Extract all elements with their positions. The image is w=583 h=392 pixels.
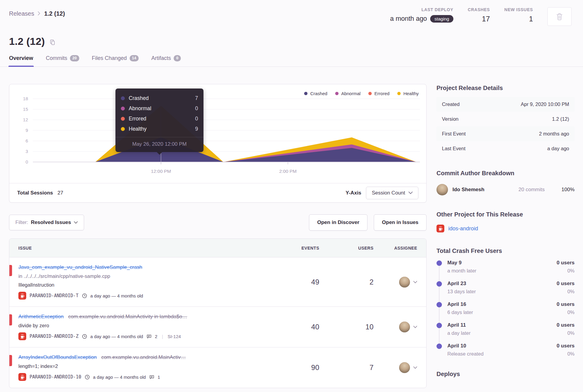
open-in-issues-button[interactable]: Open in Issues [374, 214, 427, 231]
commit-author-row: Ido Shemesh 20 commits 100% [436, 182, 575, 197]
open-in-discover-button[interactable]: Open in Discover [309, 214, 367, 231]
tooltip-series-dot [121, 127, 125, 131]
last-deploy-value: a month ago [390, 15, 427, 23]
issue-meta: PARANOID-ANDROID-T a day ago — 4 months … [18, 292, 269, 300]
java-platform-icon [18, 332, 26, 340]
issues-filter-dropdown[interactable]: Filter: Resolved Issues [9, 215, 84, 230]
issue-events-count: 40 [269, 323, 319, 331]
column-header-users: USERS [319, 246, 373, 250]
sessions-chart-card: 036912151812:00 PM2:00 PM Crashed Abnorm… [9, 84, 427, 203]
copy-version-button[interactable] [49, 37, 55, 45]
svg-text:3: 3 [26, 149, 28, 154]
total-sessions-label: Total Sessions [17, 190, 53, 196]
issue-title-link[interactable]: Java_com_example_vu_android_NativeSample… [18, 264, 142, 270]
chart-footer: Total Sessions 27 Y-Axis Session Count [9, 183, 426, 202]
meta-divider: | [162, 334, 163, 339]
crash-free-offset: Release created [447, 351, 484, 357]
tab-count-badge: 0 [174, 55, 181, 61]
issue-message: length=1; index=2 [18, 363, 269, 369]
header-stats: LAST DEPLOY a month ago staging CRASHES … [390, 7, 572, 26]
y-axis-label: Y-Axis [345, 190, 361, 196]
error-level-indicator [9, 355, 12, 366]
issues-table-header: ISSUE EVENTS USERS ASSIGNEE [9, 239, 426, 257]
tooltip-arrow [157, 152, 162, 155]
crash-free-entry: April 23 13 days later 0 users 0% [447, 281, 575, 294]
last-deploy-stat: LAST DEPLOY a month ago staging [390, 7, 453, 23]
issue-age: a day ago — 4 months old [90, 293, 143, 298]
table-row[interactable]: ArithmeticException com.example.vu.andro… [9, 306, 426, 347]
tab-count-badge: 20 [70, 55, 79, 61]
timeline-dot [436, 302, 442, 307]
crash-free-heading: Total Crash Free Users [436, 247, 575, 254]
svg-text:12: 12 [23, 117, 28, 122]
assignee-dropdown[interactable] [373, 362, 417, 373]
crash-free-timeline: May 9 a month later 0 users 0% April 23 … [436, 260, 575, 357]
chevron-down-icon [408, 191, 413, 194]
crash-free-percent: 0% [556, 351, 575, 357]
svg-text:15: 15 [23, 107, 28, 112]
tab-commits[interactable]: Commits 20 [46, 55, 79, 67]
legend-dot [335, 92, 339, 95]
crashes-label: CRASHES [468, 7, 490, 12]
commit-author-section: Commit Author Breakdown Ido Shemesh 20 c… [436, 170, 575, 197]
release-detail-page: Releases 1.2 (12) LAST DEPLOY a month ag… [0, 0, 583, 392]
detail-row-created: Created Apr 9, 2020 10:00 PM [436, 97, 575, 112]
svg-text:6: 6 [26, 138, 28, 143]
clock-icon [82, 334, 87, 339]
error-level-indicator [9, 314, 12, 325]
breadcrumb-releases-link[interactable]: Releases [9, 10, 34, 17]
timeline-dot [436, 281, 442, 287]
other-project-row: idos-android [436, 223, 575, 234]
crash-free-users: 0 users [556, 343, 575, 349]
issue-age: a day ago — 4 months old [93, 375, 146, 380]
tooltip-row-abnormal: Abnormal 0 [121, 103, 198, 114]
new-issues-stat: NEW ISSUES 1 [504, 7, 533, 23]
author-name: Ido Shemesh [452, 187, 484, 193]
detail-row-first-event: First Event 2 months ago [436, 126, 575, 141]
legend-item-healthy[interactable]: Healthy [397, 91, 419, 96]
table-row[interactable]: ArrayIndexOutOfBoundsException com.examp… [9, 347, 426, 388]
tab-overview[interactable]: Overview [9, 55, 33, 67]
crash-free-entry: April 10 Release created 0 users 0% [447, 343, 575, 357]
commit-author-heading: Commit Author Breakdown [436, 170, 575, 177]
issue-title-link[interactable]: ArithmeticException [18, 314, 64, 320]
legend-item-crashed[interactable]: Crashed [304, 91, 327, 96]
legend-item-errored[interactable]: Errored [368, 91, 389, 96]
issue-culprit: com.example.vu.android.MainActiv… [101, 354, 186, 360]
crash-free-date: April 11 [447, 322, 471, 328]
assignee-dropdown[interactable] [373, 322, 417, 332]
table-row[interactable]: Java_com_example_vu_android_NativeSample… [9, 257, 426, 306]
issue-users-count: 2 [319, 278, 373, 286]
clock-icon [85, 375, 90, 380]
tab-files-changed[interactable]: Files Changed 14 [92, 55, 139, 67]
new-issues-label: NEW ISSUES [504, 7, 533, 12]
java-platform-icon [436, 225, 444, 232]
tab-artifacts[interactable]: Artifacts 0 [151, 55, 181, 67]
crash-free-offset: 6 days later [447, 310, 473, 315]
delete-release-button[interactable] [547, 7, 572, 26]
timeline-dot [436, 344, 442, 349]
sessions-chart: 036912151812:00 PM2:00 PM [9, 84, 426, 183]
assignee-dropdown[interactable] [373, 277, 417, 288]
release-details-table: Created Apr 9, 2020 10:00 PM Version 1.2… [436, 97, 575, 156]
author-commit-percent: 100% [549, 187, 575, 193]
tabs: Overview Commits 20 Files Changed 14 Art… [9, 55, 583, 67]
page-header: Releases 1.2 (12) LAST DEPLOY a month ag… [0, 0, 583, 67]
other-project-link[interactable]: idos-android [448, 226, 478, 232]
trash-icon [556, 13, 563, 20]
last-deploy-label: LAST DEPLOY [390, 7, 453, 12]
tab-count-badge: 14 [130, 55, 139, 61]
clock-icon [82, 293, 87, 298]
chevron-down-icon [413, 326, 417, 328]
issue-message: divide by zero [18, 323, 269, 328]
crash-free-percent: 0% [556, 310, 575, 315]
legend-dot [368, 92, 372, 95]
chart-tooltip: Crashed 7 Abnormal 0 Errored 0 Healthy 9… [115, 89, 203, 152]
legend-dot [397, 92, 401, 95]
issue-title-link[interactable]: ArrayIndexOutOfBoundsException [18, 354, 97, 360]
assignee-avatar [399, 322, 410, 332]
y-axis-select[interactable]: Session Count [366, 187, 418, 199]
legend-item-abnormal[interactable]: Abnormal [335, 91, 361, 96]
crash-free-entry: April 16 6 days later 0 users 0% [447, 301, 575, 315]
issue-meta: PARANOID-ANDROID-10 a day ago — 4 months… [18, 373, 269, 381]
